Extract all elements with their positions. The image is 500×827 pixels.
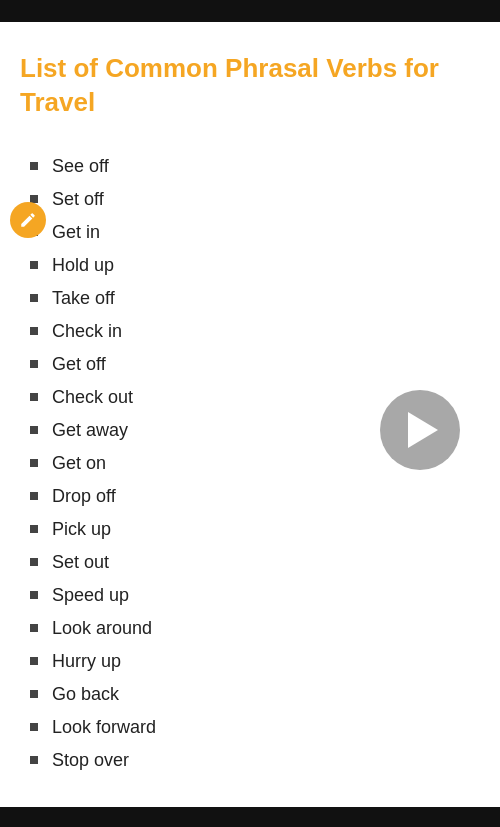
bullet-icon bbox=[30, 294, 38, 302]
bottom-bar bbox=[0, 807, 500, 827]
list-item: Hurry up bbox=[20, 645, 480, 678]
list-item-label: Get off bbox=[52, 354, 106, 375]
bullet-icon bbox=[30, 723, 38, 731]
bullet-icon bbox=[30, 558, 38, 566]
list-item-label: Go back bbox=[52, 684, 119, 705]
bullet-icon bbox=[30, 756, 38, 764]
edit-icon bbox=[19, 211, 37, 229]
bullet-icon bbox=[30, 525, 38, 533]
list-item-label: Pick up bbox=[52, 519, 111, 540]
list-item-label: Look around bbox=[52, 618, 152, 639]
list-item: Pick up bbox=[20, 513, 480, 546]
list-item-label: Set out bbox=[52, 552, 109, 573]
bullet-icon bbox=[30, 492, 38, 500]
list-item-label: Get in bbox=[52, 222, 100, 243]
list-item: Look forward bbox=[20, 711, 480, 744]
bullet-icon bbox=[30, 162, 38, 170]
list-item: Check in bbox=[20, 315, 480, 348]
bullet-icon bbox=[30, 690, 38, 698]
list-item: Go back bbox=[20, 678, 480, 711]
list-item-label: Get away bbox=[52, 420, 128, 441]
list-item-label: See off bbox=[52, 156, 109, 177]
play-button[interactable] bbox=[380, 390, 460, 470]
bullet-icon bbox=[30, 393, 38, 401]
list-item: Drop off bbox=[20, 480, 480, 513]
list-item-label: Set off bbox=[52, 189, 104, 210]
bullet-icon bbox=[30, 624, 38, 632]
edit-badge[interactable] bbox=[10, 202, 46, 238]
list-item: Take off bbox=[20, 282, 480, 315]
top-bar bbox=[0, 0, 500, 22]
bullet-icon bbox=[30, 360, 38, 368]
list-item-label: Hold up bbox=[52, 255, 114, 276]
list-item: Stop over bbox=[20, 744, 480, 777]
list-item: Set off bbox=[20, 183, 480, 216]
bullet-icon bbox=[30, 261, 38, 269]
list-item: Look around bbox=[20, 612, 480, 645]
list-item: Get off bbox=[20, 348, 480, 381]
list-item: Set out bbox=[20, 546, 480, 579]
list-container: See offSet offGet inHold upTake offCheck… bbox=[20, 150, 480, 777]
list-item-label: Drop off bbox=[52, 486, 116, 507]
list-item: Hold up bbox=[20, 249, 480, 282]
list-item-label: Get on bbox=[52, 453, 106, 474]
list-item: Get in bbox=[20, 216, 480, 249]
play-icon bbox=[408, 412, 438, 448]
content-area: List of Common Phrasal Verbs for Travel … bbox=[0, 22, 500, 807]
list-item-label: Hurry up bbox=[52, 651, 121, 672]
list-item-label: Look forward bbox=[52, 717, 156, 738]
bullet-icon bbox=[30, 327, 38, 335]
bullet-icon bbox=[30, 657, 38, 665]
list-item-label: Speed up bbox=[52, 585, 129, 606]
list-item-label: Check in bbox=[52, 321, 122, 342]
page-title: List of Common Phrasal Verbs for Travel bbox=[20, 52, 480, 120]
list-item-label: Take off bbox=[52, 288, 115, 309]
list-item: See off bbox=[20, 150, 480, 183]
bullet-icon bbox=[30, 459, 38, 467]
list-item-label: Check out bbox=[52, 387, 133, 408]
list-item: Speed up bbox=[20, 579, 480, 612]
bullet-icon bbox=[30, 426, 38, 434]
bullet-icon bbox=[30, 591, 38, 599]
list-item-label: Stop over bbox=[52, 750, 129, 771]
